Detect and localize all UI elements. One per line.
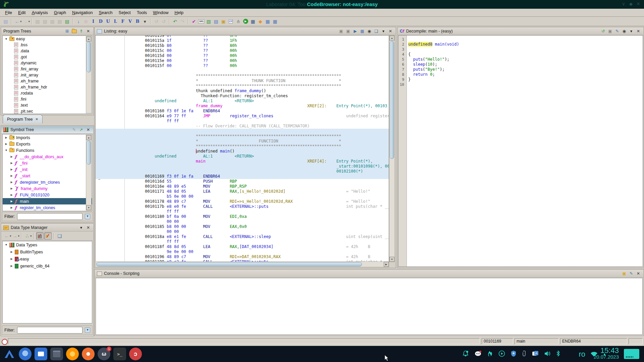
- decompile-line[interactable]: sleep(10);: [408, 62, 643, 67]
- listing-hscrollbar[interactable]: ▶: [95, 261, 389, 267]
- listing-line[interactable]: 00101178 48 89 c7 MOV RDI=>s_Hello!_0010…: [96, 199, 389, 204]
- pointer-filter-icon[interactable]: ☛∕: [44, 232, 52, 240]
- bookmarks-icon[interactable]: ▣: [220, 18, 227, 25]
- scroll-lock-icon[interactable]: ▣: [621, 270, 627, 277]
- keyboard-language[interactable]: ro: [579, 350, 585, 359]
- listing-line[interactable]: 00101160 f3 0f 1e fa ENDBR64: [96, 109, 389, 114]
- program-tree-scrollbar[interactable]: ▲: [86, 36, 92, 113]
- listing-line[interactable]: 0010115c 00 ?? 00h: [96, 48, 389, 53]
- function-item-_init[interactable]: ▶ƒ_init: [3, 166, 92, 173]
- format-l-icon[interactable]: L: [112, 18, 119, 25]
- snapshot-icon[interactable]: ◉: [366, 28, 372, 34]
- listing-line[interactable]: main XREF[4]: Entry Point(*),: [96, 159, 389, 164]
- decompile-line[interactable]: puts("Hello!");: [408, 57, 643, 62]
- listing-line[interactable]: 00101185 b8 00 00 MOV EAX,0x0: [96, 224, 389, 229]
- tree-section.dynamic[interactable]: .dynamic: [3, 60, 92, 66]
- program-tree-view[interactable]: ▼▸easy.bss.data.got.dynamic.fini_array.i…: [2, 36, 92, 114]
- listing-line[interactable]: 00 00: [96, 229, 389, 234]
- undo-icon[interactable]: ↶: [172, 18, 178, 25]
- close-icon[interactable]: ✕: [387, 28, 393, 34]
- menu-navigation[interactable]: Navigation: [69, 9, 96, 16]
- tree-section.fini_array[interactable]: .fini_array: [3, 66, 92, 72]
- function-item-_start[interactable]: ▶ƒ_start: [3, 173, 92, 179]
- format-i-icon[interactable]: I: [90, 18, 97, 25]
- listing-line[interactable]: 0010115b 80 ?? 80h: [96, 43, 389, 48]
- dtm-item-easy[interactable]: ▶✔easy: [3, 255, 92, 262]
- memory-map-icon[interactable]: ▧: [205, 18, 212, 25]
- tree-section.fini[interactable]: .fini: [3, 96, 92, 102]
- notification-bell-icon[interactable]: [462, 350, 469, 358]
- listing-line[interactable]: undefined AL:1 <RETURN>: [96, 154, 389, 159]
- decompile-view[interactable]: 12345678910 undefined8 main(void) { puts…: [398, 35, 643, 267]
- console-header[interactable]: Console - Scripting ▣✎✕: [95, 270, 643, 278]
- dtm-filter-input[interactable]: [17, 327, 83, 334]
- listing-line[interactable]: 00102100(*): [96, 169, 389, 174]
- diamond-icon[interactable]: ◆: [257, 18, 264, 25]
- format-u-icon[interactable]: U: [105, 18, 111, 25]
- terminal-icon[interactable]: >_: [113, 348, 126, 360]
- goto-icon[interactable]: ↗: [78, 127, 84, 133]
- copy-icon[interactable]: ▣: [338, 28, 344, 34]
- listing-line[interactable]: -- Flow Override: CALL_RETURN (CALL_TERM…: [96, 124, 389, 129]
- scroll-right-button[interactable]: ▶: [384, 262, 389, 267]
- menu-edit[interactable]: Edit: [15, 9, 29, 16]
- scroll-up-button[interactable]: ▲: [86, 135, 91, 140]
- decompile-line[interactable]: [408, 47, 643, 52]
- listing-line[interactable]: thunk undefined frame_dummy(): [96, 88, 389, 94]
- listing-line[interactable]: 0010118a e8 e1 fe CALL <EXTERNAL>::sleep…: [96, 234, 389, 239]
- refresh-icon-2[interactable]: ↺: [160, 18, 167, 25]
- listing-line[interactable]: 00 00: [96, 219, 389, 224]
- function-item-frame_dummy[interactable]: ▶↷ƒframe_dummy: [3, 185, 92, 192]
- window-close-icon[interactable]: ✕: [635, 1, 642, 6]
- open-folder-icon[interactable]: [71, 28, 77, 34]
- listing-line[interactable]: 0010116d 55 PUSH RBP: [96, 179, 389, 184]
- tab-close-icon[interactable]: ✕: [35, 117, 38, 121]
- listing-line[interactable]: Thunked-Function: register_tm_clones: [96, 94, 389, 99]
- listing-line[interactable]: 00101169 f3 0f 1e fa ENDBR64: [96, 174, 389, 179]
- function-item-register_tm_clones[interactable]: ▶ƒregister_tm_clones: [3, 204, 92, 211]
- listing-vscrollbar[interactable]: ▲ ▼: [389, 35, 395, 262]
- scroll-thumb[interactable]: [87, 42, 91, 72]
- table-icon-1[interactable]: ▦: [264, 18, 271, 25]
- tree-root-easy[interactable]: ▼▸easy: [3, 36, 92, 42]
- firefox-icon[interactable]: [66, 348, 79, 360]
- menu-select[interactable]: Select: [116, 9, 134, 16]
- display-tray-icon[interactable]: [624, 349, 639, 359]
- refresh-icon-1[interactable]: ↺: [153, 18, 160, 25]
- edit-fields-icon[interactable]: ▦: [359, 28, 365, 34]
- run-script-icon[interactable]: ▶: [242, 18, 249, 25]
- back-icon[interactable]: ←: [3, 233, 10, 239]
- listing-line[interactable]: [96, 68, 389, 73]
- dropdown-icon[interactable]: ▾: [78, 225, 84, 231]
- redo-icon[interactable]: ↷: [179, 18, 186, 25]
- scroll-thumb[interactable]: [96, 262, 362, 266]
- clock[interactable]: 15:43 20.07.2023: [594, 347, 619, 360]
- cursor-location-icon[interactable]: ▶: [352, 28, 358, 34]
- listing-line[interactable]: ****************************************…: [96, 134, 389, 139]
- listing-line[interactable]: 00101180 bf 0a 00 MOV EDI,0xa: [96, 214, 389, 219]
- clone-window-icon[interactable]: ❑: [373, 28, 379, 34]
- scroll-down-button[interactable]: ▼: [389, 257, 394, 262]
- symbol-filter-input[interactable]: [17, 213, 83, 220]
- paste-icon-3[interactable]: ▤: [49, 18, 56, 25]
- paperclip-tray-icon[interactable]: [522, 350, 527, 358]
- function-item-main[interactable]: ▶ƒmain: [3, 198, 92, 204]
- discord-tray-icon[interactable]: [474, 351, 482, 358]
- listing-line[interactable]: 0010118f 48 8d 05 LEA RAX,[DAT_00102034]…: [96, 244, 389, 249]
- listing-line[interactable]: 0010117b e8 e0 fe CALL <EXTERNAL>::puts …: [96, 204, 389, 209]
- keyboard-layout-icon[interactable]: A: [532, 351, 539, 358]
- bluetooth-icon[interactable]: [556, 350, 560, 358]
- menu-tools[interactable]: Tools: [134, 9, 150, 16]
- function-item-FUN_00101020[interactable]: ▶ƒFUN_00101020: [3, 192, 92, 198]
- listing-view[interactable]: 00101159 0f ?? 0Fh0010115a 1f ?? 1Fh0010…: [95, 35, 389, 262]
- format-d-icon[interactable]: D: [97, 18, 104, 25]
- listing-line[interactable]: ff ff: [96, 209, 389, 214]
- browser-icon[interactable]: [19, 348, 32, 360]
- tree-section.text[interactable]: .text: [3, 102, 92, 108]
- symbol-tree-scrollbar[interactable]: ▲ ▼: [86, 135, 92, 210]
- snapshot-icon[interactable]: ◉: [621, 28, 627, 34]
- listing-header[interactable]: Listing: easy ▣▣▶▦◉❑▾✕: [95, 27, 395, 35]
- listing-line[interactable]: ****************************************…: [96, 144, 389, 149]
- table-icon-2[interactable]: ▦: [272, 18, 278, 25]
- program-tree-tab[interactable]: Program Tree ✕: [3, 115, 43, 123]
